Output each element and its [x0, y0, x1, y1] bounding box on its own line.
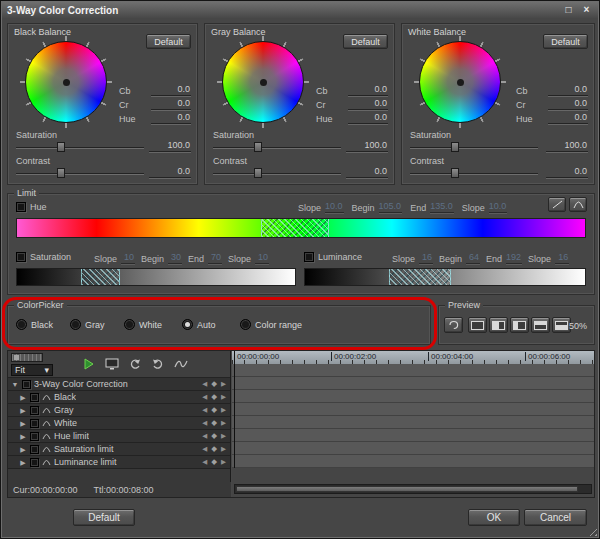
timeline-lane[interactable]	[232, 455, 594, 468]
add-keyframe-icon[interactable]: ◆	[211, 458, 217, 466]
playhead-line[interactable]	[234, 351, 235, 468]
hue-value[interactable]: 0.0	[548, 112, 588, 124]
hue-value[interactable]: 0.0	[151, 112, 191, 124]
row-checkbox[interactable]	[30, 393, 39, 402]
default-button[interactable]: Default	[343, 34, 388, 49]
hue-limit-bar[interactable]	[16, 218, 586, 238]
next-keyframe-button[interactable]	[149, 356, 167, 373]
param-value[interactable]: 70	[208, 252, 222, 264]
preview-clip-button[interactable]	[444, 317, 463, 333]
prev-keyframe-button[interactable]	[126, 356, 144, 373]
row-checkbox[interactable]	[30, 432, 39, 441]
expander-icon[interactable]: ▶	[19, 407, 27, 414]
close-button[interactable]: ×	[580, 4, 593, 16]
wheel-cursor[interactable]	[63, 79, 70, 86]
expander-icon[interactable]: ▶	[19, 446, 27, 453]
expander-icon[interactable]: ▶	[19, 459, 27, 466]
slider-thumb[interactable]	[57, 142, 65, 152]
timeline-row-saturation-limit[interactable]: ▶ Saturation limit ◀ ◆ ▶	[8, 443, 230, 456]
play-button[interactable]	[80, 356, 98, 373]
timeline-row-black[interactable]: ▶ Black ◀ ◆ ▶	[8, 391, 230, 404]
slider-thumb[interactable]	[451, 142, 459, 152]
hue-value[interactable]: 0.0	[348, 112, 388, 124]
prev-keyframe-icon[interactable]: ◀	[202, 381, 207, 388]
row-checkbox[interactable]	[22, 380, 31, 389]
radio-auto[interactable]	[182, 319, 193, 330]
wheel-hue-ring[interactable]	[222, 41, 304, 123]
preview-split-third-button[interactable]	[510, 317, 529, 333]
next-keyframe-icon[interactable]: ▶	[221, 446, 226, 453]
timeline-row-hue-limit[interactable]: ▶ Hue limit ◀ ◆ ▶	[8, 430, 230, 443]
cr-value[interactable]: 0.0	[348, 98, 388, 110]
row-checkbox[interactable]	[30, 458, 39, 467]
radio-color-range[interactable]	[240, 319, 251, 330]
radio-white[interactable]	[124, 319, 135, 330]
timeline-row-white[interactable]: ▶ White ◀ ◆ ▶	[8, 417, 230, 430]
next-keyframe-icon[interactable]: ▶	[221, 433, 226, 440]
expander-icon[interactable]: ▼	[11, 381, 19, 388]
wheel-hue-ring[interactable]	[25, 41, 107, 123]
curve-toggle-button[interactable]	[172, 356, 190, 373]
param-value[interactable]: 192	[506, 252, 522, 264]
fit-select[interactable]: Fit ▾	[11, 364, 53, 376]
next-keyframe-icon[interactable]: ▶	[221, 407, 226, 414]
cb-value[interactable]: 0.0	[548, 84, 588, 96]
hue-limit-checkbox[interactable]	[16, 202, 26, 212]
timeline-row-luminance-limit[interactable]: ▶ Luminance limit ◀ ◆ ▶	[8, 456, 230, 469]
prev-keyframe-icon[interactable]: ◀	[202, 446, 207, 453]
timeline-lane[interactable]	[232, 377, 594, 390]
timeline-lane[interactable]	[232, 442, 594, 455]
row-checkbox[interactable]	[30, 419, 39, 428]
saturation-value[interactable]: 100.0	[149, 140, 191, 152]
next-keyframe-icon[interactable]: ▶	[221, 420, 226, 427]
timeline-lane[interactable]	[232, 416, 594, 429]
ok-button[interactable]: OK	[468, 509, 520, 526]
slider-thumb[interactable]	[451, 168, 459, 178]
contrast-value[interactable]: 0.0	[149, 166, 191, 178]
prev-keyframe-icon[interactable]: ◀	[202, 459, 207, 466]
cb-value[interactable]: 0.0	[151, 84, 191, 96]
next-keyframe-icon[interactable]: ▶	[221, 394, 226, 401]
slider-thumb[interactable]	[57, 168, 65, 178]
cancel-button[interactable]: Cancel	[524, 509, 587, 526]
monitor-button[interactable]	[103, 356, 121, 373]
expander-icon[interactable]: ▶	[19, 394, 27, 401]
luminance-limit-range[interactable]	[389, 269, 451, 285]
timeline-ruler[interactable]: 00:00:00:00 00:00:02:00 00:00:04:00 00:0…	[232, 351, 594, 364]
next-keyframe-icon[interactable]: ▶	[221, 381, 226, 388]
saturation-slider[interactable]	[16, 142, 144, 152]
param-value[interactable]: 64	[466, 252, 480, 264]
row-checkbox[interactable]	[30, 406, 39, 415]
contrast-value[interactable]: 0.0	[546, 166, 588, 178]
wheel-hue-ring[interactable]	[419, 41, 501, 123]
default-button[interactable]: Default	[146, 34, 191, 49]
param-value[interactable]: 135.0	[430, 201, 454, 213]
prev-keyframe-icon[interactable]: ◀	[202, 420, 207, 427]
timeline-zoom-slider[interactable]	[11, 353, 43, 362]
scrollbar-thumb[interactable]	[236, 486, 578, 492]
horizontal-scrollbar[interactable]	[234, 484, 592, 494]
preview-split-half-button[interactable]	[489, 317, 508, 333]
radio-black[interactable]	[16, 319, 27, 330]
color-wheel[interactable]	[20, 36, 112, 128]
param-value[interactable]: 10	[121, 252, 135, 264]
add-keyframe-icon[interactable]: ◆	[211, 432, 217, 440]
saturation-value[interactable]: 100.0	[546, 140, 588, 152]
row-checkbox[interactable]	[30, 445, 39, 454]
cr-value[interactable]: 0.0	[151, 98, 191, 110]
add-keyframe-icon[interactable]: ◆	[211, 445, 217, 453]
add-keyframe-icon[interactable]: ◆	[211, 406, 217, 414]
hue-limit-range[interactable]	[261, 219, 329, 237]
param-value[interactable]: 10	[255, 252, 269, 264]
timeline-row-gray[interactable]: ▶ Gray ◀ ◆ ▶	[8, 404, 230, 417]
prev-keyframe-icon[interactable]: ◀	[202, 394, 207, 401]
limit-curve-graph-button[interactable]	[569, 197, 587, 212]
luminance-limit-bar[interactable]	[304, 268, 586, 286]
saturation-slider[interactable]	[410, 142, 538, 152]
color-wheel[interactable]	[217, 36, 309, 128]
cb-value[interactable]: 0.0	[348, 84, 388, 96]
zoom-slider-thumb[interactable]	[14, 355, 19, 360]
limit-line-graph-button[interactable]	[548, 197, 566, 212]
saturation-limit-checkbox[interactable]	[16, 252, 26, 262]
contrast-slider[interactable]	[213, 168, 341, 178]
